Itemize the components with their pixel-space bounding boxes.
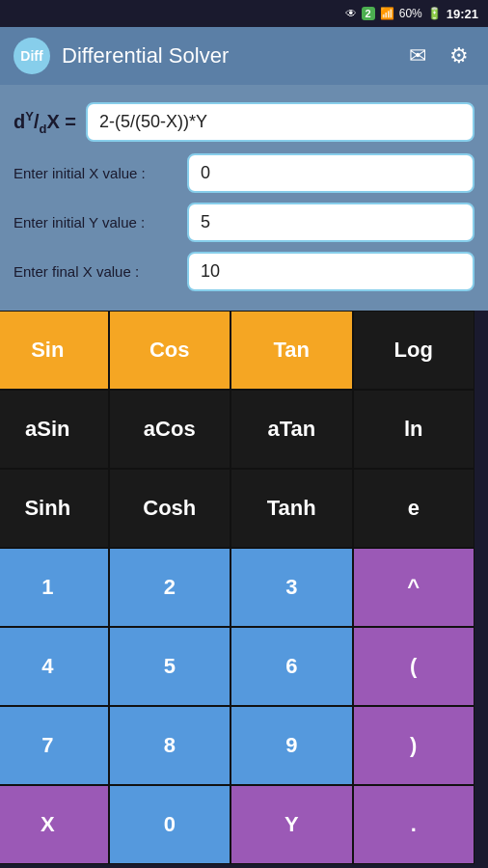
- key-cosh[interactable]: Cosh: [109, 469, 231, 548]
- key-row-4: 456(: [0, 627, 474, 706]
- eye-icon: 👁: [345, 7, 357, 20]
- key-row-3: 123^: [0, 548, 474, 627]
- initial-x-input[interactable]: [187, 153, 474, 193]
- diff-badge: Diff: [14, 38, 50, 74]
- key-tan[interactable]: Tan: [230, 311, 353, 390]
- key-6[interactable]: 6: [230, 627, 353, 706]
- key-8[interactable]: 8: [109, 706, 231, 785]
- key-9[interactable]: 9: [230, 706, 353, 785]
- key-row-0: SinCosTanLog: [0, 311, 474, 390]
- diff-label: Diff: [20, 48, 42, 64]
- equation-input[interactable]: [86, 102, 474, 142]
- battery-icon: 🔋: [427, 7, 442, 20]
- final-x-row: Enter final X value :: [14, 252, 474, 291]
- key-acos[interactable]: aCos: [109, 390, 231, 469]
- initial-x-label: Enter initial X value :: [14, 165, 177, 181]
- battery-text: 60%: [399, 7, 422, 20]
- initial-y-label: Enter initial Y value :: [14, 214, 177, 231]
- key-5[interactable]: 5: [109, 627, 231, 706]
- key-[interactable]: (: [353, 627, 475, 706]
- key-row-2: SinhCoshTanhe: [0, 469, 474, 548]
- app-title: Differential Solver: [62, 43, 392, 68]
- key-2[interactable]: 2: [109, 548, 231, 627]
- key-x[interactable]: X: [0, 785, 109, 864]
- key-4[interactable]: 4: [0, 627, 109, 706]
- status-icons: 👁 2 📶 60% 🔋 19:21: [345, 7, 478, 21]
- final-x-input[interactable]: [187, 252, 474, 291]
- key-y[interactable]: Y: [230, 785, 353, 864]
- mail-icon[interactable]: ✉: [403, 38, 432, 74]
- key-[interactable]: ^: [353, 548, 475, 627]
- equation-label: dY/dX =: [14, 109, 76, 136]
- key-e[interactable]: e: [353, 469, 475, 548]
- app-header: Diff Differential Solver ✉ ⚙: [0, 27, 488, 85]
- initial-y-row: Enter initial Y value :: [14, 203, 474, 242]
- key-ln[interactable]: ln: [353, 390, 475, 469]
- key-7[interactable]: 7: [0, 706, 109, 785]
- equation-row: dY/dX =: [14, 102, 474, 142]
- time-display: 19:21: [447, 7, 478, 21]
- key-tanh[interactable]: Tanh: [230, 469, 353, 548]
- key-cos[interactable]: Cos: [109, 311, 231, 390]
- initial-y-input[interactable]: [187, 203, 474, 242]
- final-x-label: Enter final X value :: [14, 263, 177, 280]
- notification-badge: 2: [362, 7, 375, 20]
- status-bar: 👁 2 📶 60% 🔋 19:21: [0, 0, 488, 27]
- key-sinh[interactable]: Sinh: [0, 469, 109, 548]
- keypad: SinCosTanLogaSinaCosaTanlnSinhCoshTanhe1…: [0, 311, 474, 864]
- key-row-6: X0Y.: [0, 785, 474, 864]
- key-row-5: 789): [0, 706, 474, 785]
- main-content: dY/dX = Enter initial X value : Enter in…: [0, 85, 488, 311]
- key-log[interactable]: Log: [353, 311, 475, 390]
- key-row-1: aSinaCosaTanln: [0, 390, 474, 469]
- key-asin[interactable]: aSin: [0, 390, 109, 469]
- settings-icon[interactable]: ⚙: [444, 38, 474, 74]
- key-3[interactable]: 3: [230, 548, 353, 627]
- signal-icon: 📶: [380, 7, 394, 20]
- key-atan[interactable]: aTan: [230, 390, 353, 469]
- key-sin[interactable]: Sin: [0, 311, 109, 390]
- key-1[interactable]: 1: [0, 548, 109, 627]
- key-[interactable]: ): [353, 706, 475, 785]
- key-0[interactable]: 0: [109, 785, 231, 864]
- initial-x-row: Enter initial X value :: [14, 153, 474, 193]
- key-[interactable]: .: [353, 785, 475, 864]
